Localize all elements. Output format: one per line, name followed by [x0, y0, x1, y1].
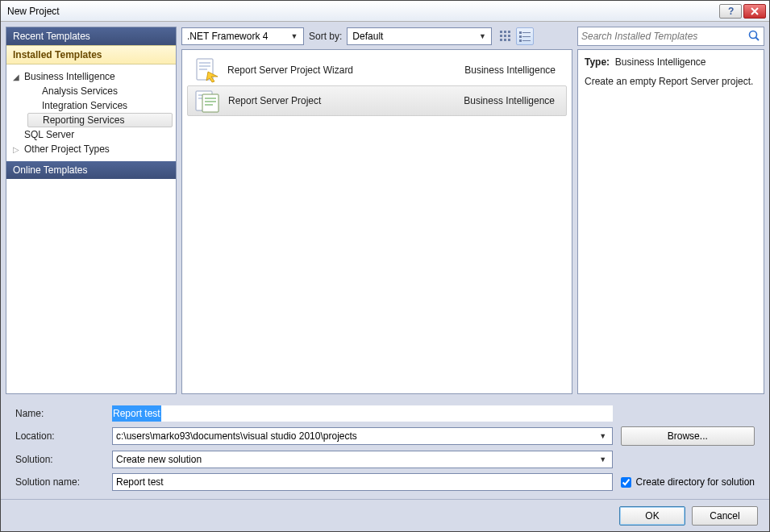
svg-rect-21 [196, 91, 212, 110]
close-button[interactable] [743, 4, 766, 19]
svg-rect-2 [500, 35, 502, 37]
sortby-combo[interactable]: Default ▼ [347, 27, 492, 45]
titlebar: New Project ? [1, 1, 769, 22]
template-categories-sidebar: Recent Templates Installed Templates ◢ B… [6, 27, 177, 394]
tree-item-reporting[interactable]: Reporting Services [27, 113, 173, 127]
location-value: c:\users\marko93\documents\visual studio… [116, 430, 597, 442]
svg-rect-24 [202, 94, 219, 112]
recent-templates-header[interactable]: Recent Templates [6, 27, 176, 45]
svg-rect-15 [522, 40, 531, 41]
svg-marker-20 [206, 72, 218, 82]
template-category: Business Intelligence [464, 64, 560, 76]
sortby-combo-value: Default [352, 31, 477, 42]
svg-rect-14 [519, 39, 522, 42]
create-directory-checkbox[interactable]: Create directory for solution [621, 476, 755, 488]
expand-arrow-icon: ◢ [13, 73, 19, 81]
type-label: Type: [585, 56, 610, 68]
tree-item-label: SQL Server [24, 129, 74, 140]
create-directory-label: Create directory for solution [636, 476, 755, 488]
window-title: New Project [4, 6, 718, 17]
chevron-down-icon: ▼ [477, 32, 488, 40]
tree-sub-bi: Analysis Services Integration Services R… [10, 84, 173, 127]
type-row: Type: Business Intelligence [585, 56, 757, 68]
sortby-label: Sort by: [309, 31, 342, 42]
svg-rect-6 [504, 39, 506, 41]
chevron-down-icon: ▼ [597, 432, 609, 440]
center-column: .NET Framework 4 ▼ Sort by: Default ▼ [181, 27, 572, 394]
framework-combo-value: .NET Framework 4 [187, 31, 289, 42]
svg-rect-5 [504, 35, 506, 37]
collapse-arrow-icon: ▷ [13, 145, 19, 154]
templates-tree: ◢ Business Intelligence Analysis Service… [6, 64, 176, 161]
name-input-value: Report test [112, 405, 161, 422]
svg-rect-10 [519, 31, 522, 34]
view-mode-buttons [497, 27, 534, 45]
svg-rect-11 [522, 32, 531, 33]
upper-area: Recent Templates Installed Templates ◢ B… [1, 22, 769, 399]
tree-item-other-types[interactable]: ▷ Other Project Types [10, 142, 173, 156]
solution-combo[interactable]: Create new solution ▼ [112, 451, 613, 468]
svg-rect-7 [508, 31, 510, 33]
tree-item-label: Business Intelligence [24, 71, 115, 82]
svg-rect-22 [198, 94, 210, 96]
search-box[interactable] [577, 27, 764, 46]
template-name: Report Server Project Wizard [227, 64, 456, 76]
svg-rect-25 [205, 98, 216, 99]
name-label: Name: [15, 408, 104, 419]
tree-item-label: Analysis Services [42, 85, 118, 97]
search-icon [747, 29, 760, 44]
cancel-button[interactable]: Cancel [692, 506, 758, 526]
installed-templates-header[interactable]: Installed Templates [6, 45, 176, 64]
browse-button[interactable]: Browse... [621, 426, 755, 446]
dialog-body: Recent Templates Installed Templates ◢ B… [1, 22, 769, 531]
name-input[interactable]: Report test [112, 405, 613, 422]
location-combo[interactable]: c:\users\marko93\documents\visual studio… [112, 427, 613, 445]
tree-item-analysis[interactable]: Analysis Services [27, 84, 173, 98]
solution-label: Solution: [15, 454, 104, 465]
framework-combo[interactable]: .NET Framework 4 ▼ [181, 27, 304, 45]
dialog-footer: OK Cancel [1, 499, 769, 531]
tree-item-business-intelligence[interactable]: ◢ Business Intelligence [10, 69, 173, 84]
report-wizard-icon [194, 57, 219, 83]
details-view-button[interactable] [516, 27, 534, 45]
svg-rect-1 [500, 31, 502, 33]
svg-rect-9 [508, 39, 510, 41]
tree-item-integration[interactable]: Integration Services [27, 98, 173, 113]
template-item-wizard[interactable]: Report Server Project Wizard Business In… [187, 55, 567, 85]
template-category: Business Intelligence [464, 95, 560, 106]
online-templates-header[interactable]: Online Templates [6, 161, 176, 179]
chevron-down-icon: ▼ [289, 32, 300, 40]
svg-text:?: ? [728, 6, 734, 17]
template-item-report-server[interactable]: Report Server Project Business Intellige… [187, 85, 567, 116]
small-icons-view-button[interactable] [497, 27, 514, 45]
location-label: Location: [15, 430, 104, 442]
create-directory-check-input[interactable] [621, 477, 631, 488]
tree-item-sql-server[interactable]: SQL Server [10, 127, 173, 142]
svg-rect-3 [500, 39, 502, 41]
svg-rect-18 [199, 65, 210, 67]
ok-button[interactable]: OK [619, 506, 685, 526]
svg-rect-13 [522, 36, 531, 37]
tree-item-label: Integration Services [42, 100, 127, 111]
center-toolbar: .NET Framework 4 ▼ Sort by: Default ▼ [181, 27, 572, 46]
svg-point-28 [750, 31, 757, 38]
solution-name-label: Solution name: [15, 476, 104, 488]
project-form: Name: Report test Location: c:\users\mar… [1, 399, 769, 499]
svg-line-29 [756, 37, 760, 40]
chevron-down-icon: ▼ [597, 455, 609, 463]
svg-rect-27 [205, 104, 213, 106]
svg-rect-8 [508, 35, 510, 37]
svg-rect-23 [198, 98, 210, 99]
svg-rect-17 [199, 62, 210, 64]
search-input[interactable] [581, 31, 747, 42]
template-list[interactable]: Report Server Project Wizard Business In… [181, 49, 572, 394]
svg-rect-12 [519, 35, 522, 38]
svg-rect-26 [205, 101, 216, 102]
solution-value: Create new solution [116, 454, 597, 465]
solution-name-input[interactable] [112, 473, 613, 491]
svg-rect-16 [197, 59, 213, 80]
tree-item-label: Other Project Types [24, 143, 110, 155]
help-button[interactable]: ? [719, 4, 742, 19]
svg-rect-19 [199, 69, 207, 70]
description-text: Create an empty Report Server project. [585, 76, 757, 87]
